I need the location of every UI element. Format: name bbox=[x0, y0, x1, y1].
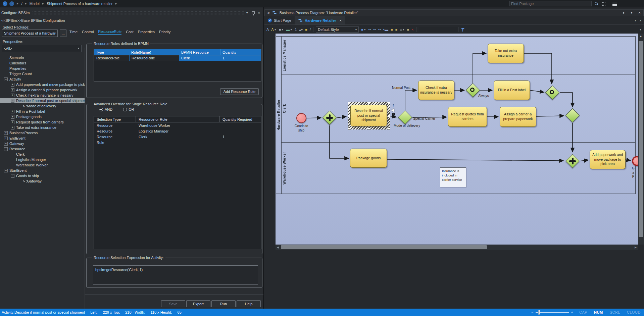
tree-item[interactable]: +EndEvent bbox=[0, 136, 85, 141]
or-radio[interactable]: OR bbox=[123, 107, 134, 111]
column-header[interactable]: Type bbox=[94, 49, 129, 55]
toolbar-overflow-icon[interactable]: ▼ bbox=[639, 29, 642, 31]
collapse-icon[interactable]: − bbox=[4, 147, 8, 151]
expand-icon[interactable]: + bbox=[11, 120, 14, 124]
tab-control[interactable]: Control bbox=[82, 30, 94, 35]
find-package-input[interactable] bbox=[509, 1, 592, 6]
tree-item[interactable]: Logistics Manager bbox=[0, 157, 85, 162]
breadcrumb-item[interactable]: Model bbox=[30, 2, 40, 6]
table-cell[interactable]: Clerk bbox=[179, 55, 220, 61]
table-cell[interactable]: ResourceRole bbox=[94, 55, 129, 61]
expand-icon[interactable]: + bbox=[4, 137, 8, 140]
tree-item[interactable]: −StartEvent bbox=[0, 168, 85, 173]
filter-text-field[interactable] bbox=[419, 27, 458, 32]
table-cell[interactable]: ResourceRole bbox=[129, 55, 179, 61]
package-field[interactable] bbox=[2, 30, 58, 37]
tab-priority[interactable]: Priority bbox=[159, 30, 170, 35]
bpmn-task[interactable]: Package goods bbox=[350, 149, 387, 168]
tree-item[interactable]: +Take out extra insurance bbox=[0, 125, 85, 130]
fill-color-icon[interactable]: ■▼ bbox=[279, 28, 284, 32]
scroll-right-icon[interactable]: ▶ bbox=[633, 246, 638, 249]
chevron-down-icon[interactable]: ▼ bbox=[630, 11, 633, 14]
scrollbar-thumb[interactable] bbox=[639, 41, 643, 237]
bpmn-task[interactable]: Check if extra insurance is nessary bbox=[418, 81, 454, 100]
tree-item[interactable]: +Fill in a Post label bbox=[0, 109, 85, 114]
tree-item[interactable]: +Assign a carrier & prepare paperwork bbox=[0, 87, 85, 93]
bpmn-task[interactable]: Assign a carrier & prepare paperwork bbox=[500, 107, 536, 127]
selection-handle[interactable] bbox=[368, 102, 370, 104]
line-color-icon[interactable]: ▬▼ bbox=[286, 28, 292, 32]
expand-icon[interactable]: + bbox=[11, 88, 14, 92]
search-icon[interactable] bbox=[594, 2, 598, 6]
vertical-scrollbar[interactable]: ▲ bbox=[638, 34, 644, 245]
tree-item[interactable]: +Check if extra insurance is nessary bbox=[0, 93, 85, 98]
format-painter-icon[interactable]: ■ bbox=[305, 28, 307, 32]
column-header[interactable]: Resource or Role bbox=[136, 116, 220, 122]
chevron-down-icon[interactable]: ▼ bbox=[274, 29, 277, 31]
scroll-left-icon[interactable]: ◀ bbox=[276, 246, 280, 249]
save-button[interactable]: Save bbox=[161, 300, 185, 307]
perspective-dropdown[interactable]: <All> ▼ bbox=[2, 45, 82, 52]
expand-icon[interactable]: + bbox=[11, 126, 14, 129]
zoom-slider-knob[interactable] bbox=[538, 310, 540, 315]
document-tab[interactable]: Start Page bbox=[264, 16, 295, 24]
selection-handle[interactable] bbox=[388, 102, 390, 104]
bring-forward-icon[interactable]: ■ bbox=[391, 28, 393, 32]
expand-icon[interactable]: + bbox=[11, 110, 14, 113]
browse-button[interactable]: ... bbox=[60, 30, 66, 37]
expand-icon[interactable]: + bbox=[11, 115, 14, 119]
tab-cost[interactable]: Cost bbox=[126, 30, 134, 35]
delete-from-diagram-icon[interactable]: × bbox=[411, 28, 413, 32]
toggle-scrl[interactable]: SCRL bbox=[610, 310, 620, 314]
gateway-inclusive[interactable] bbox=[547, 88, 557, 98]
line-width-value[interactable]: 1 bbox=[295, 28, 297, 32]
line-width-stepper-icon[interactable]: ▴▾ bbox=[299, 28, 303, 32]
column-header[interactable]: Role(Name) bbox=[129, 49, 179, 55]
selection-handle[interactable] bbox=[348, 102, 350, 104]
expand-icon[interactable]: + bbox=[4, 142, 8, 146]
tree-item[interactable]: −Activity bbox=[0, 76, 85, 82]
breadcrumb-item[interactable]: Shipment Process of a hardware retailer bbox=[47, 2, 112, 6]
diagram-properties-icon[interactable]: ■ bbox=[407, 28, 409, 32]
run-button[interactable]: Run bbox=[211, 300, 236, 307]
column-header[interactable]: Quantity bbox=[220, 49, 261, 55]
resource-roles-table[interactable]: TypeRole(Name)BPMN ResourceQuantity Reso… bbox=[94, 49, 261, 82]
table-row[interactable]: ResourceLogistics Manager bbox=[94, 128, 261, 134]
tree-item[interactable]: +Package goods bbox=[0, 114, 85, 119]
portals-grid-icon[interactable] bbox=[602, 2, 605, 6]
bpmn-task[interactable]: Take out extra insurance bbox=[488, 44, 524, 63]
panel-dropdown-icon[interactable]: ▼ bbox=[246, 11, 249, 14]
collapse-icon[interactable]: − bbox=[11, 99, 14, 103]
tree-item[interactable]: +Gateway bbox=[0, 141, 85, 146]
chevron-down-icon[interactable]: ▼ bbox=[290, 29, 292, 31]
scroll-up-icon[interactable]: ▲ bbox=[638, 34, 644, 38]
appearance-brush-icon[interactable]: ■▼ bbox=[361, 28, 366, 32]
quicklink-cursor-icon[interactable] bbox=[391, 108, 395, 112]
tab-scroll-left-icon[interactable]: ‹ bbox=[635, 18, 636, 23]
text-annotation[interactable]: Insurance isincluded incarrier service bbox=[440, 167, 466, 187]
tab-scroll-right-icon[interactable]: › bbox=[640, 18, 641, 23]
tree-item[interactable]: Trigger Count bbox=[0, 71, 85, 76]
align-top-icon[interactable]: ▪▪ bbox=[378, 28, 381, 32]
tree-item[interactable]: > :Gateway bbox=[0, 178, 85, 184]
tree-item[interactable]: −Describe if normal post or special ship… bbox=[0, 98, 85, 103]
zoom-slider[interactable]: − + bbox=[531, 310, 573, 314]
align-left-icon[interactable]: ▪▪ bbox=[368, 28, 371, 32]
tree-item[interactable]: Calendars bbox=[0, 60, 85, 66]
tree-item[interactable]: +Request quotes from carriers bbox=[0, 119, 85, 125]
add-resource-role-button[interactable]: Add Resource Role bbox=[220, 88, 259, 95]
expand-icon[interactable]: + bbox=[11, 94, 14, 97]
close-tab-icon[interactable]: × bbox=[340, 18, 342, 22]
same-width-icon[interactable]: ▪▬ bbox=[383, 28, 388, 32]
tab-properties[interactable]: Properties bbox=[138, 30, 155, 35]
tree-item[interactable]: +BusinessProcess bbox=[0, 130, 85, 136]
table-row[interactable]: ResourceRoleResourceRoleClerk1 bbox=[94, 55, 261, 61]
tree-item[interactable]: Properties bbox=[0, 66, 85, 71]
zoom-out-icon[interactable]: − bbox=[531, 310, 533, 314]
panel-close-icon[interactable]: × bbox=[258, 11, 260, 15]
autolayout-icon[interactable]: ≡▼ bbox=[400, 28, 404, 32]
gateway-inclusive[interactable] bbox=[468, 85, 478, 95]
selection-handle[interactable] bbox=[368, 127, 370, 130]
chevron-down-icon[interactable]: ▼ bbox=[354, 28, 358, 31]
expand-icon[interactable]: + bbox=[11, 83, 14, 87]
